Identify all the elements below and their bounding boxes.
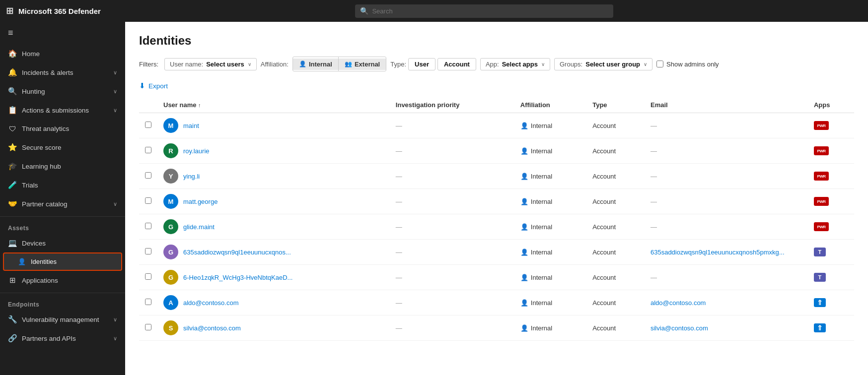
username-filter-key: User name: [170,61,203,68]
email-cell: — [645,138,808,164]
th-username[interactable]: User name ↑ [157,97,390,113]
row-checkbox[interactable] [145,197,151,204]
row-checkbox[interactable] [145,172,151,179]
sidebar-item-hunting[interactable]: 🔍 Hunting ∨ [0,82,125,101]
affiliation-internal-button[interactable]: 👤 Internal [293,59,338,70]
search-bar[interactable]: 🔍 [355,4,613,18]
username-link[interactable]: ying.li [183,173,200,180]
username-link[interactable]: 6-Heo1zqkR_WcHg3-HveNbtqKaeD... [183,274,292,281]
filters-row: Filters: User name: Select users ∨ Affil… [139,57,854,71]
sidebar-item-incidents[interactable]: 🔔 Incidents & alerts ∨ [0,63,125,82]
user-cell: Rroy.laurie [157,138,390,164]
app-filter-value: Select apps [502,61,538,68]
row-checkbox[interactable] [145,122,151,128]
row-checkbox[interactable] [145,299,151,305]
table-row[interactable]: Ssilvia@contoso.com—👤InternalAccountsilv… [139,315,854,341]
username-filter-value: Select users [206,61,244,68]
sidebar-item-applications[interactable]: ⊞ Applications [0,271,125,290]
assets-section-header: Assets [0,220,125,234]
person-icon: 👤 [520,173,528,180]
sidebar-label-partner: Partner catalog [22,200,108,208]
th-affiliation-label: Affiliation [520,101,550,109]
type-cell: Account [586,290,645,315]
table-row[interactable]: Mmaint—👤InternalAccount—PWR [139,113,854,138]
person-icon: 👤 [520,324,528,332]
row-checkbox[interactable] [145,147,151,153]
sidebar-item-trials[interactable]: 🧪 Trials [0,176,125,194]
username-link[interactable]: silvia@contoso.com [183,324,241,332]
th-email: Email [645,97,808,113]
row-checkbox[interactable] [145,273,151,280]
username-link[interactable]: glide.maint [183,223,215,231]
type-filter-group: Type: User Account [390,58,476,70]
sidebar-item-partner[interactable]: 🤝 Partner catalog ∨ [0,194,125,213]
username-link[interactable]: aldo@contoso.com [183,299,238,307]
sidebar-item-threat[interactable]: 🛡 Threat analytics [0,120,125,138]
row-checkbox[interactable] [145,223,151,229]
main-content: Identities Filters: User name: Select us… [125,22,868,375]
sidebar-item-identities[interactable]: 👤 Identities [3,252,122,271]
sidebar-item-vuln[interactable]: 🔧 Vulnerability management ∨ [0,310,125,329]
chevron-down-icon: ∨ [248,62,251,67]
search-input[interactable] [355,4,613,18]
applications-icon: ⊞ [8,276,17,285]
affiliation-toggle: 👤 Internal 👥 External [292,57,386,71]
sidebar-item-devices[interactable]: 💻 Devices [0,234,125,252]
user-cell: G635saddiozwqsn9ql1eeuunucxqnos... [157,240,390,265]
username-link[interactable]: maint [183,122,199,129]
email-link[interactable]: 635saddiozwqsn9ql1eeuunucxqnosh5pmxkg... [651,249,785,256]
actions-icon: 📋 [8,106,17,115]
user-cell: Yying.li [157,164,390,189]
devices-icon: 💻 [8,239,17,248]
avatar: A [163,295,178,310]
avatar: S [163,320,178,335]
sidebar-item-partners-apis[interactable]: 🔗 Partners and APIs ∨ [0,329,125,348]
email-link[interactable]: aldo@contoso.com [651,299,706,307]
row-checkbox[interactable] [145,248,151,254]
table-row[interactable]: G6-Heo1zqkR_WcHg3-HveNbtqKaeD...—👤Intern… [139,265,854,290]
type-account-button[interactable]: Account [437,58,476,70]
affiliation-value: Internal [531,324,552,332]
person-icon: 👤 [520,274,528,281]
username-link[interactable]: roy.laurie [183,147,210,155]
sidebar-item-home[interactable]: 🏠 Home [0,44,125,63]
table-row[interactable]: Aaldo@contoso.com—👤InternalAccountaldo@c… [139,290,854,315]
sidebar-label-trials: Trials [22,182,117,189]
affiliation-external-button[interactable]: 👥 External [339,59,386,70]
sidebar-item-actions[interactable]: 📋 Actions & submissions ∨ [0,101,125,120]
endpoints-section-header: Endpoints [0,296,125,310]
chevron-down-icon: ∨ [113,88,117,95]
chevron-down-icon: ∨ [113,69,117,76]
username-link[interactable]: 635saddiozwqsn9ql1eeuunucxqnos... [183,249,291,256]
type-cell: Account [586,214,645,240]
show-admins-label[interactable]: Show admins only [656,61,719,68]
table-row[interactable]: Gglide.maint—👤InternalAccount—PWR [139,214,854,240]
email-cell: silvia@contoso.com [645,315,808,341]
avatar: G [163,270,178,285]
show-admins-checkbox[interactable] [656,61,663,67]
sidebar-item-secure[interactable]: ⭐ Secure score [0,138,125,157]
hunting-icon: 🔍 [8,87,17,96]
email-link[interactable]: silvia@contoso.com [651,324,708,332]
export-button[interactable]: ⬇ Export [139,79,168,92]
teams-badge: T [814,248,826,256]
divider [0,293,125,293]
username-link[interactable]: matt.george [183,198,217,205]
groups-filter-button[interactable]: Groups: Select user group ∨ [554,58,652,70]
hamburger-button[interactable]: ≡ [0,22,125,44]
sidebar-label-incidents: Incidents & alerts [22,69,108,76]
row-checkbox[interactable] [145,324,151,330]
groups-filter-key: Groups: [560,61,582,68]
table-row[interactable]: Mmatt.george—👤InternalAccount—PWR [139,189,854,214]
chevron-down-icon: ∨ [113,201,117,207]
affiliation-cell: 👤Internal [514,214,586,240]
affiliation-cell: 👤Internal [514,315,586,341]
person-icon: 👤 [520,299,528,307]
type-user-button[interactable]: User [408,58,435,70]
sidebar-item-learning[interactable]: 🎓 Learning hub [0,157,125,176]
table-row[interactable]: G635saddiozwqsn9ql1eeuunucxqnos...—👤Inte… [139,240,854,265]
table-row[interactable]: Rroy.laurie—👤InternalAccount—PWR [139,138,854,164]
username-filter-button[interactable]: User name: Select users ∨ [164,58,257,70]
table-row[interactable]: Yying.li—👤InternalAccount—PWR [139,164,854,189]
app-filter-button[interactable]: App: Select apps ∨ [480,58,550,70]
